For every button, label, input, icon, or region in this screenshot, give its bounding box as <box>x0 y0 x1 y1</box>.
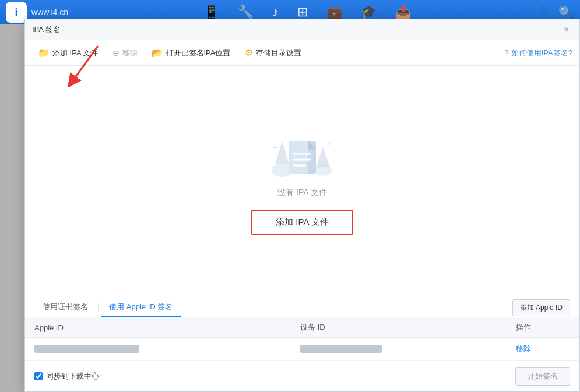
add-ipa-main-button[interactable]: 添加 IPA 文件 <box>251 210 353 235</box>
modal-body: + + 没有 IPA 文件 添加 IPA 文件 <box>25 66 579 292</box>
nav-icon-education[interactable]: 🎓 <box>361 5 377 20</box>
add-ipa-label: 添加 IPA 文件 <box>52 48 99 58</box>
modal-footer: 使用证书签名 | 使用 Apple ID 签名 添加 Apple ID Appl… <box>25 292 579 391</box>
sync-checkbox-input[interactable] <box>34 372 43 380</box>
help-button[interactable]: ? 如何使用IPA签名? <box>505 48 572 58</box>
svg-marker-3 <box>275 141 289 164</box>
add-ipa-button[interactable]: 📁 添加 IPA 文件 <box>32 44 104 61</box>
device-id-blurred-value <box>300 345 382 353</box>
nav-icon-phone[interactable]: 📱 <box>203 5 219 20</box>
storage-settings-button[interactable]: ⚙ 存储目录设置 <box>239 44 307 61</box>
nav-icon-music[interactable]: ♪ <box>272 5 279 20</box>
remove-icon: ⊖ <box>113 48 119 58</box>
empty-state-text: 没有 IPA 文件 <box>277 188 327 198</box>
device-id-cell <box>291 338 507 361</box>
apple-id-cell <box>25 338 291 361</box>
table-row: 移除 <box>25 338 579 361</box>
start-sign-button[interactable]: 开始签名 <box>515 367 570 386</box>
add-apple-id-button[interactable]: 添加 Apple ID <box>512 299 570 316</box>
svg-text:+: + <box>273 144 277 151</box>
open-folder-button[interactable]: 📂 打开已签名IPA位置 <box>146 44 237 61</box>
gear-icon: ⚙ <box>245 47 253 58</box>
col-header-apple-id: Apple ID <box>25 317 291 338</box>
col-header-action: 操作 <box>507 317 579 338</box>
nav-icon-package[interactable]: ⊞ <box>297 5 308 20</box>
nav-icon-tools[interactable]: 🔧 <box>238 5 254 20</box>
svg-marker-5 <box>316 147 330 167</box>
modal-close-button[interactable]: × <box>561 24 572 36</box>
accounts-table: Apple ID 设备 ID 操作 <box>25 317 579 361</box>
apple-id-blurred-value <box>34 345 139 353</box>
remove-button[interactable]: ⊖ 移除 <box>107 45 143 61</box>
ipa-signing-modal: IPA 签名 × 📁 添加 IPA 文件 ⊖ 移除 📂 打开已签名IPA位置 ⚙… <box>24 19 580 392</box>
svg-rect-9 <box>289 141 308 174</box>
modal-titlebar: IPA 签名 × <box>25 19 579 40</box>
tab-separator: | <box>97 302 100 313</box>
col-header-device-id: 设备 ID <box>291 317 507 338</box>
nav-icon-briefcase[interactable]: 💼 <box>326 5 342 20</box>
add-ipa-icon: 📁 <box>38 47 50 58</box>
nav-icon-export[interactable]: 📤 <box>395 5 411 20</box>
tab-cert-signing[interactable]: 使用证书签名 <box>34 298 96 317</box>
open-folder-icon: 📂 <box>152 47 163 58</box>
action-cell: 移除 <box>507 338 579 361</box>
tab-appleid-signing[interactable]: 使用 Apple ID 签名 <box>101 298 181 317</box>
help-label: 如何使用IPA签名? <box>511 48 572 58</box>
modal-title: IPA 签名 <box>32 24 61 35</box>
remove-label: 移除 <box>122 48 138 58</box>
brand-url: www.i4.cn <box>31 8 68 17</box>
help-question-icon: ? <box>505 48 509 57</box>
table-header-row: Apple ID 设备 ID 操作 <box>25 317 579 338</box>
modal-toolbar: 📁 添加 IPA 文件 ⊖ 移除 📂 打开已签名IPA位置 ⚙ 存储目录设置 ?… <box>25 40 579 66</box>
modal-actions: 同步到下载中心 开始签名 <box>25 361 579 391</box>
signing-tabs: 使用证书签名 | 使用 Apple ID 签名 添加 Apple ID <box>25 292 579 317</box>
empty-illustration: + + <box>265 123 340 188</box>
sync-checkbox-text: 同步到下载中心 <box>46 371 99 382</box>
storage-settings-label: 存储目录设置 <box>256 48 301 58</box>
open-folder-label: 打开已签名IPA位置 <box>166 48 231 58</box>
remove-account-link[interactable]: 移除 <box>516 344 531 353</box>
nav-icon-list: 📱 🔧 ♪ ⊞ 💼 🎓 📤 <box>80 5 535 20</box>
app-logo[interactable]: i <box>6 2 27 23</box>
svg-text:+: + <box>328 139 332 147</box>
sync-checkbox-label[interactable]: 同步到下载中心 <box>34 371 99 382</box>
